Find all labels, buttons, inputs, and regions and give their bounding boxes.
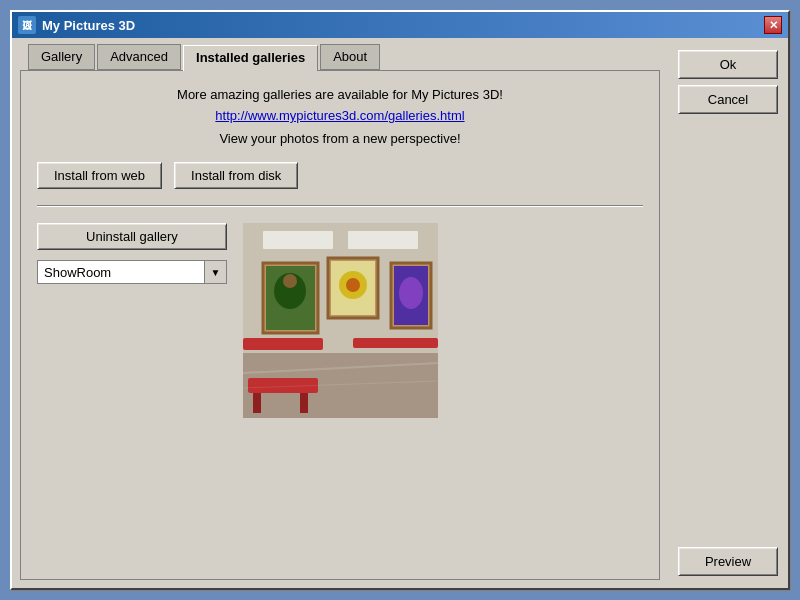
right-panel: Ok Cancel Preview: [668, 38, 788, 588]
gallery-link[interactable]: http://www.mypictures3d.com/galleries.ht…: [37, 108, 643, 123]
dropdown-value: ShowRoom: [38, 263, 204, 282]
divider: [37, 205, 643, 207]
gallery-svg: [243, 223, 438, 418]
info-box: More amazing galleries are available for…: [37, 87, 643, 146]
svg-rect-17: [243, 338, 323, 350]
tabs-container: Gallery Advanced Installed galleries Abo…: [20, 38, 660, 70]
gallery-preview: [243, 223, 438, 418]
svg-rect-3: [348, 231, 418, 249]
title-bar-left: 🖼 My Pictures 3D: [18, 16, 135, 34]
svg-point-9: [283, 274, 297, 288]
ok-button[interactable]: Ok: [678, 50, 778, 79]
gallery-left: Uninstall gallery ShowRoom ▼: [37, 223, 227, 284]
gallery-row: Uninstall gallery ShowRoom ▼: [37, 223, 643, 418]
uninstall-gallery-button[interactable]: Uninstall gallery: [37, 223, 227, 250]
window-title: My Pictures 3D: [42, 18, 135, 33]
svg-rect-2: [263, 231, 333, 249]
svg-point-13: [346, 278, 360, 292]
tab-advanced[interactable]: Advanced: [97, 44, 181, 70]
tab-gallery[interactable]: Gallery: [28, 44, 95, 70]
install-from-web-button[interactable]: Install from web: [37, 162, 162, 189]
svg-rect-21: [353, 338, 438, 348]
install-from-disk-button[interactable]: Install from disk: [174, 162, 298, 189]
install-button-row: Install from web Install from disk: [37, 162, 643, 189]
dropdown-arrow-icon[interactable]: ▼: [204, 261, 226, 283]
tab-installed-galleries[interactable]: Installed galleries: [183, 45, 318, 71]
spacer: [678, 120, 778, 541]
tab-content: More amazing galleries are available for…: [20, 70, 660, 580]
svg-point-16: [399, 277, 423, 309]
svg-rect-20: [300, 393, 308, 413]
sub-text: View your photos from a new perspective!: [37, 131, 643, 146]
cancel-button[interactable]: Cancel: [678, 85, 778, 114]
title-bar: 🖼 My Pictures 3D ✕: [12, 12, 788, 38]
tab-about[interactable]: About: [320, 44, 380, 70]
preview-button[interactable]: Preview: [678, 547, 778, 576]
info-text: More amazing galleries are available for…: [37, 87, 643, 102]
gallery-dropdown[interactable]: ShowRoom ▼: [37, 260, 227, 284]
svg-rect-19: [253, 393, 261, 413]
main-content: Gallery Advanced Installed galleries Abo…: [12, 38, 788, 588]
app-icon: 🖼: [18, 16, 36, 34]
close-button[interactable]: ✕: [764, 16, 782, 34]
left-panel: Gallery Advanced Installed galleries Abo…: [12, 38, 668, 588]
main-window: 🖼 My Pictures 3D ✕ Gallery Advanced Inst…: [10, 10, 790, 590]
